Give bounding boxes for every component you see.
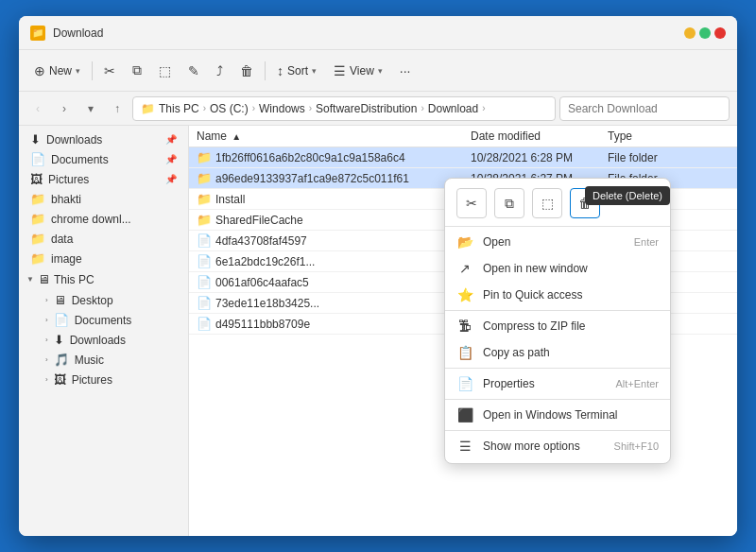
- context-open-new-window-label: Open in new window: [483, 262, 588, 275]
- breadcrumb-sep-3: ›: [309, 103, 312, 113]
- maximize-button[interactable]: [699, 27, 711, 39]
- share-button[interactable]: ⤴: [209, 59, 231, 83]
- back-button[interactable]: ‹: [26, 97, 49, 120]
- view-button[interactable]: ☰ View ▾: [326, 59, 390, 83]
- sidebar-item-pictures[interactable]: 🖼 Pictures 📌: [19, 169, 188, 189]
- rename-button[interactable]: ✎: [180, 59, 207, 83]
- breadcrumb-sep-5: ›: [482, 103, 485, 113]
- forward-button[interactable]: ›: [53, 97, 76, 120]
- sidebar-item-downloads[interactable]: ⬇ Downloads 📌: [19, 129, 188, 149]
- address-bar: ‹ › ▾ ↑ 📁 This PC › OS (C:) › Windows › …: [19, 92, 737, 126]
- sort-button[interactable]: ↕ Sort ▾: [269, 59, 324, 83]
- folder-icon-row-2: 📁: [197, 171, 212, 185]
- toolbar-separator-2: [265, 61, 266, 80]
- sidebar-item-documents2[interactable]: › 📄 Documents: [34, 310, 188, 330]
- context-copy-button[interactable]: ⧉: [494, 188, 524, 218]
- sidebar-item-image[interactable]: 📁 image: [19, 249, 188, 268]
- table-row[interactable]: 📁 1fb26ff0616a6b2c80c9a1c9a158a6c4 10/28…: [189, 147, 737, 168]
- chevron-right-icon-2: ›: [45, 316, 48, 324]
- sidebar-item-documents[interactable]: 📄 Documents 📌: [19, 149, 188, 169]
- context-item-properties[interactable]: 📄 Properties Alt+Enter: [445, 371, 670, 397]
- context-separator-4: [445, 399, 670, 400]
- sidebar-this-pc-section[interactable]: ▼ 🖥 This PC: [19, 268, 188, 290]
- delete-tooltip-text: Delete (Delete): [593, 190, 662, 201]
- col-header-type[interactable]: Type: [600, 126, 737, 147]
- breadcrumb-sep-1: ›: [203, 103, 206, 113]
- search-input[interactable]: [559, 96, 730, 121]
- sidebar-item-downloads2[interactable]: › ⬇ Downloads: [34, 330, 188, 350]
- context-compress-label: Compress to ZIP file: [483, 319, 585, 333]
- context-copy-path-label: Copy as path: [483, 346, 550, 359]
- file-name-7: 0061af06c4aafac5: [215, 276, 309, 289]
- dl-icon: ⬇: [54, 333, 64, 347]
- breadcrumb-download[interactable]: Download: [428, 102, 478, 115]
- more-button[interactable]: ···: [392, 59, 419, 83]
- sort-asc-icon: ▲: [232, 131, 241, 142]
- chevron-down-icon: ▼: [26, 275, 34, 284]
- sidebar-documents-label: Documents: [51, 153, 109, 166]
- cut-button[interactable]: ✂: [96, 59, 123, 83]
- context-item-compress[interactable]: 🗜 Compress to ZIP file: [445, 313, 670, 339]
- sort-label: Sort: [287, 64, 308, 78]
- context-cut-button[interactable]: ✂: [456, 188, 487, 218]
- open-new-window-icon: ↗: [456, 261, 473, 276]
- sidebar-item-desktop[interactable]: › 🖥 Desktop: [34, 290, 188, 310]
- copy-path-icon: 📋: [456, 345, 473, 360]
- cut-icon: ✂: [104, 63, 115, 78]
- sidebar-music-label: Music: [75, 354, 104, 367]
- folder-icon-row-4: 📁: [197, 213, 212, 227]
- file-icon-row: 📄: [197, 233, 212, 248]
- properties-icon: 📄: [456, 376, 473, 391]
- close-button[interactable]: [714, 27, 726, 39]
- up-button[interactable]: ↑: [106, 97, 129, 120]
- share-icon: ⤴: [216, 63, 223, 78]
- new-button[interactable]: ⊕ New ▾: [26, 59, 88, 83]
- context-paste-button[interactable]: ⬚: [532, 188, 562, 218]
- pin-icon: 📌: [165, 134, 177, 145]
- context-item-copy-path[interactable]: 📋 Copy as path: [445, 339, 670, 366]
- sidebar-item-chrome[interactable]: 📁 chrome downl...: [19, 209, 188, 229]
- sidebar-dl-label: Downloads: [70, 334, 126, 347]
- breadcrumb-thispc[interactable]: This PC: [159, 102, 199, 115]
- sidebar-desktop-label: Desktop: [72, 294, 113, 307]
- context-item-open-new-window[interactable]: ↗ Open in new window: [445, 255, 670, 282]
- folder-icon-4: 📁: [30, 251, 45, 266]
- breadcrumb-sep-4: ›: [421, 103, 423, 113]
- context-pin-label: Pin to Quick access: [483, 288, 582, 302]
- pin-icon-3: 📌: [165, 174, 177, 184]
- file-name-5: 4dfa43708faf4597: [215, 234, 307, 248]
- sidebar-item-pictures2[interactable]: › 🖼 Pictures: [34, 370, 188, 389]
- paste-button[interactable]: ⬚: [151, 59, 179, 83]
- paste-icon: ⬚: [159, 63, 171, 78]
- file-name-2: a96ede9133937af1ca9e872c5c011f61: [215, 172, 409, 185]
- file-icon-row-2: 📄: [197, 254, 212, 268]
- breadcrumb-osc[interactable]: OS (C:): [210, 102, 249, 115]
- context-separator-1: [445, 226, 670, 227]
- delete-button[interactable]: 🗑: [232, 59, 261, 83]
- context-separator-5: [445, 430, 670, 431]
- context-item-open[interactable]: 📂 Open Enter: [445, 229, 670, 255]
- view-icon: ☰: [334, 63, 346, 78]
- chevron-right-icon: ›: [45, 296, 48, 304]
- folder-icon-3: 📁: [30, 232, 45, 246]
- col-header-date[interactable]: Date modified: [463, 126, 600, 147]
- context-open-shortcut: Enter: [634, 236, 659, 248]
- recent-button[interactable]: ▾: [79, 97, 102, 120]
- sidebar-item-data[interactable]: 📁 data: [19, 229, 188, 249]
- breadcrumb[interactable]: 📁 This PC › OS (C:) › Windows › Software…: [132, 96, 556, 121]
- context-item-pin[interactable]: ⭐ Pin to Quick access: [445, 282, 670, 308]
- breadcrumb-windows[interactable]: Windows: [259, 102, 305, 115]
- minimize-button[interactable]: [684, 27, 696, 39]
- col-header-name[interactable]: Name ▲: [189, 126, 463, 147]
- sidebar-item-bhakti[interactable]: 📁 bhakti: [19, 189, 188, 209]
- context-item-terminal[interactable]: ⬛ Open in Windows Terminal: [445, 402, 670, 428]
- context-item-more-options[interactable]: ☰ Show more options Shift+F10: [445, 433, 670, 459]
- copy-button[interactable]: ⧉: [125, 58, 149, 83]
- sidebar-item-music[interactable]: › 🎵 Music: [34, 350, 188, 370]
- breadcrumb-softwaredist[interactable]: SoftwareDistribution: [316, 102, 417, 115]
- file-icon-row-5: 📄: [197, 317, 212, 331]
- context-more-options-shortcut: Shift+F10: [614, 440, 659, 452]
- desktop-icon: 🖥: [54, 293, 66, 307]
- toolbar-separator: [92, 61, 93, 80]
- sidebar-bhakti-label: bhakti: [51, 193, 81, 206]
